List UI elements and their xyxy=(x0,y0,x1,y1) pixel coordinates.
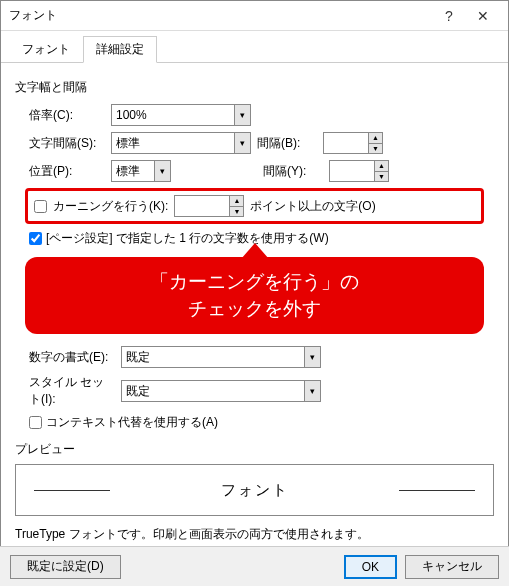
kerning-label: カーニングを行う(K): xyxy=(53,198,168,215)
callout-line1: 「カーニングを行う」の xyxy=(45,269,464,296)
set-default-button[interactable]: 既定に設定(D) xyxy=(10,555,121,579)
row-scale: 倍率(C): 100% ▾ xyxy=(15,104,494,126)
dialog-footer: 既定に設定(D) OK キャンセル xyxy=(0,546,509,586)
position-combo[interactable]: 標準 ▾ xyxy=(111,160,171,182)
window-title: フォント xyxy=(9,7,432,24)
chevron-up-icon: ▲ xyxy=(368,133,382,144)
char-spacing-gap-spinner[interactable]: ▲▼ xyxy=(323,132,383,154)
kerning-suffix: ポイント以上の文字(O) xyxy=(250,198,375,215)
tab-bar: フォント 詳細設定 xyxy=(1,31,508,63)
chevron-down-icon: ▼ xyxy=(368,144,382,154)
tab-advanced[interactable]: 詳細設定 xyxy=(83,36,157,63)
row-context-alt: コンテキスト代替を使用する(A) xyxy=(29,414,494,431)
row-char-spacing: 文字間隔(S): 標準 ▾ 間隔(B): ▲▼ xyxy=(15,132,494,154)
chevron-up-icon: ▲ xyxy=(374,161,388,172)
annotation-callout: 「カーニングを行う」の チェックを外す xyxy=(25,257,484,334)
context-alt-label: コンテキスト代替を使用する(A) xyxy=(46,414,218,431)
section-char-spacing-title: 文字幅と間隔 xyxy=(15,79,494,96)
cancel-button[interactable]: キャンセル xyxy=(405,555,499,579)
char-spacing-gap-label: 間隔(B): xyxy=(257,135,317,152)
position-gap-spinner[interactable]: ▲▼ xyxy=(329,160,389,182)
kerning-spinner[interactable]: ▲▼ xyxy=(174,195,244,217)
row-style-set: スタイル セット(I): 既定 ▾ xyxy=(15,374,494,408)
page-setup-label: [ページ設定] で指定した 1 行の文字数を使用する(W) xyxy=(46,230,329,247)
chevron-up-icon: ▲ xyxy=(229,196,243,207)
number-format-combo[interactable]: 既定 ▾ xyxy=(121,346,321,368)
context-alt-checkbox[interactable] xyxy=(29,416,42,429)
content-area: 文字幅と間隔 倍率(C): 100% ▾ 文字間隔(S): 標準 ▾ 間隔(B)… xyxy=(1,63,508,553)
callout-pointer-icon xyxy=(241,243,269,259)
chevron-down-icon: ▼ xyxy=(374,172,388,182)
char-spacing-combo[interactable]: 標準 ▾ xyxy=(111,132,251,154)
position-label: 位置(P): xyxy=(15,163,105,180)
help-button[interactable]: ? xyxy=(432,2,466,30)
row-position: 位置(P): 標準 ▾ 間隔(Y): ▲▼ xyxy=(15,160,494,182)
preview-box: フォント xyxy=(15,464,494,516)
style-set-combo[interactable]: 既定 ▾ xyxy=(121,380,321,402)
chevron-down-icon: ▼ xyxy=(229,207,243,217)
ok-button[interactable]: OK xyxy=(344,555,397,579)
tab-font[interactable]: フォント xyxy=(9,36,83,63)
kerning-checkbox[interactable] xyxy=(34,200,47,213)
preview-sample-text: フォント xyxy=(221,481,289,500)
titlebar: フォント ? ✕ xyxy=(1,1,508,31)
scale-label: 倍率(C): xyxy=(15,107,105,124)
scale-combo[interactable]: 100% ▾ xyxy=(111,104,251,126)
page-setup-checkbox[interactable] xyxy=(29,232,42,245)
close-button[interactable]: ✕ xyxy=(466,2,500,30)
position-gap-label: 間隔(Y): xyxy=(263,163,323,180)
kerning-highlight-box: カーニングを行う(K): ▲▼ ポイント以上の文字(O) xyxy=(25,188,484,224)
callout-line2: チェックを外す xyxy=(45,296,464,323)
number-format-label: 数字の書式(E): xyxy=(15,349,115,366)
preview-label: プレビュー xyxy=(15,441,494,458)
style-set-label: スタイル セット(I): xyxy=(15,374,115,408)
row-number-format: 数字の書式(E): 既定 ▾ xyxy=(15,346,494,368)
font-description: TrueType フォントです。印刷と画面表示の両方で使用されます。 xyxy=(15,526,494,543)
char-spacing-label: 文字間隔(S): xyxy=(15,135,105,152)
